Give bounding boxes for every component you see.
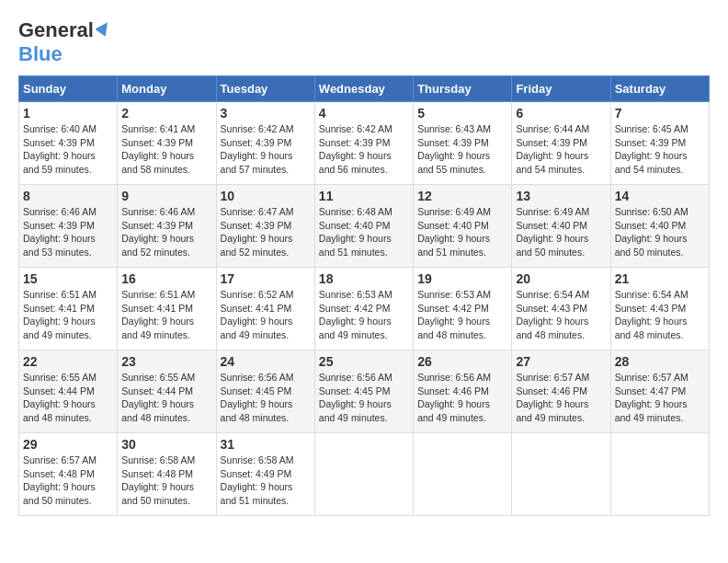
calendar-day-20: 20Sunrise: 6:54 AMSunset: 4:43 PMDayligh…	[512, 268, 610, 350]
calendar-day-19: 19Sunrise: 6:53 AMSunset: 4:42 PMDayligh…	[414, 268, 512, 350]
calendar-week-4: 22Sunrise: 6:55 AMSunset: 4:44 PMDayligh…	[19, 350, 710, 433]
calendar-day-1: 1Sunrise: 6:40 AMSunset: 4:39 PMDaylight…	[19, 102, 118, 185]
calendar-day-10: 10Sunrise: 6:47 AMSunset: 4:39 PMDayligh…	[216, 185, 314, 268]
calendar-day-6: 6Sunrise: 6:44 AMSunset: 4:39 PMDaylight…	[512, 102, 610, 185]
day-info: Sunrise: 6:58 AMSunset: 4:49 PMDaylight:…	[221, 454, 311, 508]
day-info: Sunrise: 6:56 AMSunset: 4:45 PMDaylight:…	[319, 371, 409, 425]
day-info: Sunrise: 6:55 AMSunset: 4:44 PMDaylight:…	[121, 371, 211, 425]
day-number: 16	[121, 271, 211, 286]
day-number: 23	[121, 354, 211, 369]
day-number: 3	[221, 106, 311, 121]
calendar-day-2: 2Sunrise: 6:41 AMSunset: 4:39 PMDaylight…	[118, 102, 216, 185]
calendar-day-3: 3Sunrise: 6:42 AMSunset: 4:39 PMDaylight…	[216, 102, 314, 185]
weekday-header-saturday: Saturday	[610, 76, 709, 102]
day-info: Sunrise: 6:49 AMSunset: 4:40 PMDaylight:…	[516, 205, 606, 259]
calendar-table: SundayMondayTuesdayWednesdayThursdayFrid…	[18, 75, 710, 516]
day-number: 31	[221, 437, 311, 452]
day-info: Sunrise: 6:55 AMSunset: 4:44 PMDaylight:…	[23, 371, 113, 425]
calendar-day-30: 30Sunrise: 6:58 AMSunset: 4:48 PMDayligh…	[118, 433, 216, 516]
calendar-day-24: 24Sunrise: 6:56 AMSunset: 4:45 PMDayligh…	[216, 350, 314, 433]
day-number: 30	[121, 437, 211, 452]
calendar-day-8: 8Sunrise: 6:46 AMSunset: 4:39 PMDaylight…	[19, 185, 118, 268]
calendar-day-28: 28Sunrise: 6:57 AMSunset: 4:47 PMDayligh…	[610, 350, 709, 433]
day-number: 21	[615, 271, 705, 286]
day-info: Sunrise: 6:44 AMSunset: 4:39 PMDaylight:…	[516, 122, 606, 177]
day-number: 11	[319, 189, 409, 203]
weekday-header-friday: Friday	[512, 76, 610, 102]
day-number: 18	[319, 271, 409, 286]
calendar-day-17: 17Sunrise: 6:52 AMSunset: 4:41 PMDayligh…	[216, 268, 314, 350]
day-info: Sunrise: 6:52 AMSunset: 4:41 PMDaylight:…	[221, 288, 311, 342]
weekday-header-row: SundayMondayTuesdayWednesdayThursdayFrid…	[19, 76, 710, 102]
calendar-day-14: 14Sunrise: 6:50 AMSunset: 4:40 PMDayligh…	[610, 185, 709, 268]
logo-arrow-icon	[96, 19, 112, 40]
calendar-day-9: 9Sunrise: 6:46 AMSunset: 4:39 PMDaylight…	[118, 185, 216, 268]
calendar-body: 1Sunrise: 6:40 AMSunset: 4:39 PMDaylight…	[19, 102, 710, 516]
day-info: Sunrise: 6:40 AMSunset: 4:39 PMDaylight:…	[23, 122, 113, 177]
day-info: Sunrise: 6:43 AMSunset: 4:39 PMDaylight:…	[417, 122, 507, 177]
calendar-week-3: 15Sunrise: 6:51 AMSunset: 4:41 PMDayligh…	[19, 268, 710, 350]
calendar-day-29: 29Sunrise: 6:57 AMSunset: 4:48 PMDayligh…	[19, 433, 118, 516]
empty-cell	[512, 433, 610, 516]
day-info: Sunrise: 6:41 AMSunset: 4:39 PMDaylight:…	[121, 122, 211, 177]
day-info: Sunrise: 6:46 AMSunset: 4:39 PMDaylight:…	[121, 205, 211, 259]
day-info: Sunrise: 6:51 AMSunset: 4:41 PMDaylight:…	[23, 288, 113, 342]
calendar-day-16: 16Sunrise: 6:51 AMSunset: 4:41 PMDayligh…	[118, 268, 216, 350]
day-number: 1	[23, 106, 113, 121]
day-number: 24	[221, 354, 311, 369]
logo-blue-text: Blue	[18, 42, 63, 65]
day-info: Sunrise: 6:51 AMSunset: 4:41 PMDaylight:…	[121, 288, 211, 342]
day-info: Sunrise: 6:53 AMSunset: 4:42 PMDaylight:…	[417, 288, 507, 342]
day-info: Sunrise: 6:54 AMSunset: 4:43 PMDaylight:…	[615, 288, 705, 342]
calendar-day-7: 7Sunrise: 6:45 AMSunset: 4:39 PMDaylight…	[610, 102, 709, 185]
day-number: 8	[23, 189, 113, 203]
svg-marker-0	[96, 19, 112, 36]
day-info: Sunrise: 6:57 AMSunset: 4:46 PMDaylight:…	[516, 371, 606, 425]
weekday-header-thursday: Thursday	[414, 76, 512, 102]
day-number: 9	[121, 189, 211, 203]
weekday-header-monday: Monday	[118, 76, 216, 102]
empty-cell	[314, 433, 413, 516]
calendar-week-2: 8Sunrise: 6:46 AMSunset: 4:39 PMDaylight…	[19, 185, 710, 268]
day-info: Sunrise: 6:45 AMSunset: 4:39 PMDaylight:…	[615, 122, 705, 177]
day-info: Sunrise: 6:47 AMSunset: 4:39 PMDaylight:…	[221, 205, 311, 259]
weekday-header-sunday: Sunday	[19, 76, 118, 102]
day-number: 4	[319, 106, 409, 121]
logo: General Blue	[18, 18, 112, 66]
day-number: 19	[417, 271, 507, 286]
calendar-day-26: 26Sunrise: 6:56 AMSunset: 4:46 PMDayligh…	[414, 350, 512, 433]
day-number: 22	[23, 354, 113, 369]
day-info: Sunrise: 6:42 AMSunset: 4:39 PMDaylight:…	[221, 122, 311, 177]
day-info: Sunrise: 6:50 AMSunset: 4:40 PMDaylight:…	[615, 205, 705, 259]
day-info: Sunrise: 6:42 AMSunset: 4:39 PMDaylight:…	[319, 122, 409, 177]
day-number: 12	[417, 189, 507, 203]
day-number: 29	[23, 437, 113, 452]
day-number: 20	[516, 271, 606, 286]
calendar-day-23: 23Sunrise: 6:55 AMSunset: 4:44 PMDayligh…	[118, 350, 216, 433]
calendar-day-27: 27Sunrise: 6:57 AMSunset: 4:46 PMDayligh…	[512, 350, 610, 433]
empty-cell	[414, 433, 512, 516]
day-number: 27	[516, 354, 606, 369]
day-number: 28	[615, 354, 705, 369]
day-number: 6	[516, 106, 606, 121]
day-info: Sunrise: 6:54 AMSunset: 4:43 PMDaylight:…	[516, 288, 606, 342]
calendar-day-18: 18Sunrise: 6:53 AMSunset: 4:42 PMDayligh…	[314, 268, 413, 350]
empty-cell	[610, 433, 709, 516]
calendar-day-25: 25Sunrise: 6:56 AMSunset: 4:45 PMDayligh…	[314, 350, 413, 433]
day-number: 15	[23, 271, 113, 286]
day-info: Sunrise: 6:49 AMSunset: 4:40 PMDaylight:…	[417, 205, 507, 259]
calendar-day-5: 5Sunrise: 6:43 AMSunset: 4:39 PMDaylight…	[414, 102, 512, 185]
day-number: 13	[516, 189, 606, 203]
weekday-header-wednesday: Wednesday	[314, 76, 413, 102]
day-info: Sunrise: 6:57 AMSunset: 4:47 PMDaylight:…	[615, 371, 705, 425]
calendar-day-13: 13Sunrise: 6:49 AMSunset: 4:40 PMDayligh…	[512, 185, 610, 268]
calendar-day-21: 21Sunrise: 6:54 AMSunset: 4:43 PMDayligh…	[610, 268, 709, 350]
day-info: Sunrise: 6:58 AMSunset: 4:48 PMDaylight:…	[121, 454, 211, 508]
day-info: Sunrise: 6:56 AMSunset: 4:46 PMDaylight:…	[417, 371, 507, 425]
calendar-week-1: 1Sunrise: 6:40 AMSunset: 4:39 PMDaylight…	[19, 102, 710, 185]
day-number: 26	[417, 354, 507, 369]
day-number: 2	[121, 106, 211, 121]
day-number: 17	[221, 271, 311, 286]
calendar-day-15: 15Sunrise: 6:51 AMSunset: 4:41 PMDayligh…	[19, 268, 118, 350]
day-info: Sunrise: 6:56 AMSunset: 4:45 PMDaylight:…	[221, 371, 311, 425]
